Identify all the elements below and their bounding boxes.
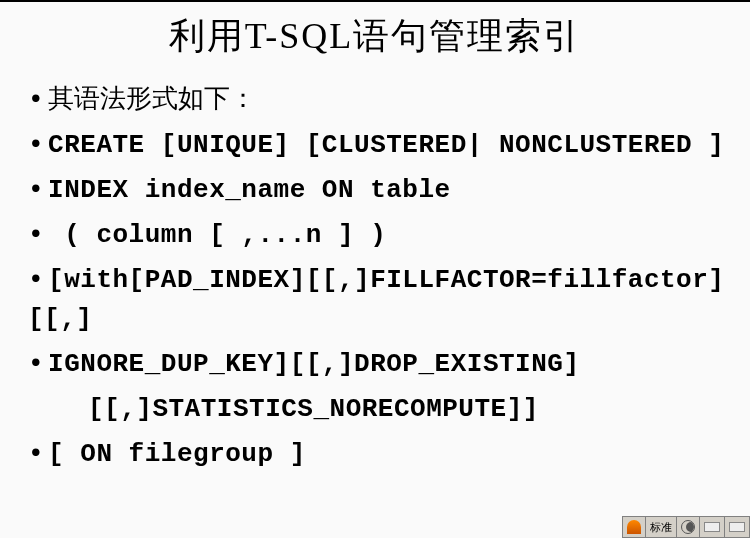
statusbar-ime-label[interactable]: 标准 — [646, 517, 677, 537]
bullet-icon: • — [28, 126, 44, 165]
content-body: •其语法形式如下： •CREATE [UNIQUE] [CLUSTERED| N… — [20, 79, 730, 474]
code-text: [ ON filegroup ] — [48, 439, 306, 469]
keyboard-icon — [729, 522, 745, 532]
bullet-icon: • — [28, 261, 44, 300]
people-icon — [627, 520, 641, 534]
bullet-icon: • — [28, 171, 44, 210]
bullet-icon: • — [28, 435, 44, 474]
statusbar-people-icon[interactable] — [623, 517, 646, 537]
bullet-icon: • — [28, 345, 44, 384]
code-text: ( column [ ,...n ] ) — [48, 220, 386, 250]
intro-line: •其语法形式如下： — [28, 79, 730, 120]
syntax-line-1: •CREATE [UNIQUE] [CLUSTERED| NONCLUSTERE… — [28, 126, 730, 165]
statusbar-extra-icon[interactable] — [725, 517, 749, 537]
syntax-line-2: •INDEX index_name ON table — [28, 171, 730, 210]
bullet-icon: • — [28, 216, 44, 255]
syntax-line-4: •[with[PAD_INDEX][[,]FILLFACTOR=fillfact… — [28, 261, 730, 339]
syntax-line-6: •[ ON filegroup ] — [28, 435, 730, 474]
code-text: IGNORE_DUP_KEY][[,]DROP_EXISTING] — [48, 349, 579, 379]
status-bar: 标准 — [622, 516, 750, 538]
code-text: [[,]STATISTICS_NORECOMPUTE]] — [88, 394, 539, 424]
code-text: [with[PAD_INDEX][[,]FILLFACTOR=fillfacto… — [28, 265, 724, 334]
slide-content: 利用T-SQL语句管理索引 •其语法形式如下： •CREATE [UNIQUE]… — [0, 2, 750, 500]
slide-title: 利用T-SQL语句管理索引 — [20, 12, 730, 61]
syntax-line-3: • ( column [ ,...n ] ) — [28, 216, 730, 255]
syntax-line-5b: [[,]STATISTICS_NORECOMPUTE]] — [28, 390, 730, 429]
code-text: CREATE [UNIQUE] [CLUSTERED| NONCLUSTERED… — [48, 130, 724, 160]
keyboard-icon — [704, 522, 720, 532]
syntax-line-5: •IGNORE_DUP_KEY][[,]DROP_EXISTING] — [28, 345, 730, 384]
moon-icon — [681, 520, 695, 534]
code-text: INDEX index_name ON table — [48, 175, 451, 205]
intro-text: 其语法形式如下： — [48, 84, 256, 113]
statusbar-keyboard-icon[interactable] — [700, 517, 725, 537]
statusbar-moon-icon[interactable] — [677, 517, 700, 537]
bullet-icon: • — [28, 81, 44, 120]
ime-text: 标准 — [650, 520, 672, 535]
